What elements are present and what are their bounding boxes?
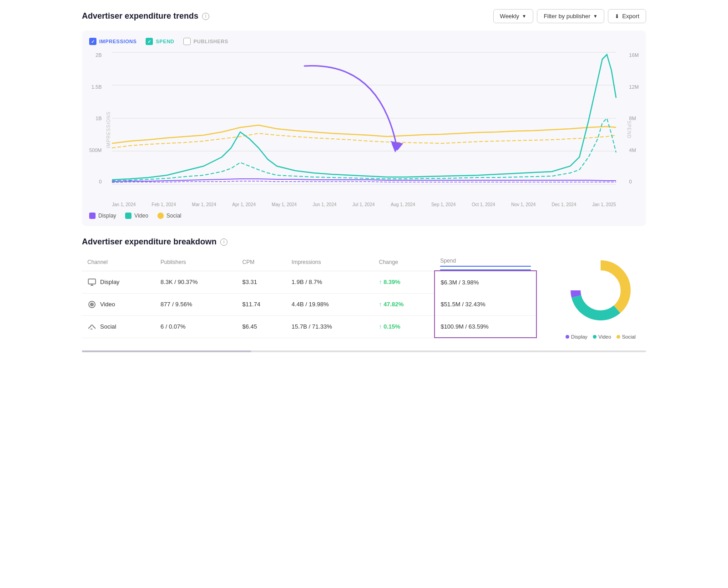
display-channel-name: Display: [100, 279, 120, 285]
video-legend-label: Video: [134, 213, 148, 219]
display-publishers: 8.3K / 90.37%: [155, 271, 237, 293]
spend-label: SPEND: [156, 39, 174, 44]
display-legend-label: Display: [98, 213, 116, 219]
social-change: ↑ 0.15%: [374, 315, 435, 338]
social-legend-label: Social: [167, 213, 182, 219]
chart-svg: [112, 52, 616, 184]
video-change: ↑ 47.82%: [374, 293, 435, 315]
svg-point-15: [581, 271, 620, 309]
y-axis-right-label: SPEND: [627, 121, 632, 138]
social-publishers: 6 / 0.07%: [155, 315, 237, 338]
svg-rect-6: [88, 279, 96, 284]
publishers-checkbox[interactable]: [183, 38, 191, 45]
donut-video-legend: Video: [593, 334, 611, 340]
social-legend-item[interactable]: Social: [157, 213, 182, 219]
social-channel-name: Social: [100, 323, 116, 330]
video-spend: $51.5M / 32.43%: [435, 293, 536, 315]
display-spend: $6.3M / 3.98%: [435, 271, 536, 293]
series-legend: Display Video Social: [89, 213, 639, 219]
video-icon: [87, 300, 96, 309]
spend-legend[interactable]: SPEND: [146, 38, 174, 45]
donut-display-label: Display: [571, 334, 587, 340]
col-publishers: Publishers: [155, 254, 237, 271]
social-spend: $100.9M / 63.59%: [435, 315, 536, 338]
donut-social-legend: Social: [617, 334, 636, 340]
donut-chart-container: Display Video Social: [555, 254, 646, 340]
display-cpm: $3.31: [237, 271, 286, 293]
scroll-bar[interactable]: [82, 350, 646, 352]
video-channel-name: Video: [100, 301, 115, 308]
donut-social-label: Social: [622, 334, 636, 340]
social-cpm: $6.45: [237, 315, 286, 338]
col-channel: Channel: [82, 254, 155, 271]
publishers-label: PUBLISHERS: [193, 39, 228, 44]
donut-display-legend: Display: [566, 334, 587, 340]
breakdown-section: Advertiser expenditure breakdown i Chann…: [82, 237, 646, 340]
impressions-label: IMPRESSIONS: [99, 39, 136, 44]
donut-video-label: Video: [598, 334, 611, 340]
weekly-dropdown-arrow: ▼: [522, 14, 526, 19]
chart-section: IMPRESSIONS SPEND PUBLISHERS 2B 1.5B 1B …: [82, 30, 646, 226]
display-change: ↑ 8.39%: [374, 271, 435, 293]
breakdown-title: Advertiser expenditure breakdown: [82, 237, 217, 247]
impressions-checkbox[interactable]: [89, 38, 96, 45]
y-axis-left-label: IMPRESSIONS: [106, 112, 111, 148]
video-legend-item[interactable]: Video: [125, 213, 148, 219]
impressions-legend[interactable]: IMPRESSIONS: [89, 38, 136, 45]
weekly-button[interactable]: Weekly ▼: [493, 9, 533, 23]
donut-social-dot: [617, 335, 620, 339]
video-impressions: 4.4B / 19.98%: [286, 293, 374, 315]
donut-legend: Display Video Social: [566, 334, 636, 340]
table-row: Video 877 / 9.56% $11.74 4.4B / 19.98% ↑…: [82, 293, 536, 315]
breakdown-info-icon[interactable]: i: [220, 238, 228, 246]
publishers-legend[interactable]: PUBLISHERS: [183, 38, 228, 45]
display-legend-color: [89, 213, 96, 219]
y-axis-left: 2B 1.5B 1B 500M 0: [89, 52, 106, 184]
donut-chart-svg: [564, 254, 637, 327]
chart-container: 2B 1.5B 1B 500M 0 IMPRESSIONS: [89, 52, 639, 207]
scroll-thumb[interactable]: [82, 350, 251, 352]
export-icon: ⬇: [615, 13, 619, 20]
col-cpm: CPM: [237, 254, 286, 271]
page-title: Advertiser expenditure trends: [82, 11, 198, 21]
donut-video-dot: [593, 335, 597, 339]
video-publishers: 877 / 9.56%: [155, 293, 237, 315]
table-row: Display 8.3K / 90.37% $3.31 1.9B / 8.7% …: [82, 271, 536, 293]
social-impressions: 15.7B / 71.33%: [286, 315, 374, 338]
donut-display-dot: [566, 335, 569, 339]
breakdown-table: Channel Publishers CPM Impressions Chang…: [82, 254, 537, 338]
col-impressions: Impressions: [286, 254, 374, 271]
filter-by-publisher-button[interactable]: Filter by publisher ▼: [537, 9, 605, 23]
title-info-icon[interactable]: i: [202, 13, 209, 20]
display-legend-item[interactable]: Display: [89, 213, 116, 219]
spend-checkbox[interactable]: [146, 38, 153, 45]
chart-svg-container: [112, 52, 616, 184]
x-axis: Jan 1, 2024 Feb 1, 2024 Mar 1, 2024 Apr …: [112, 202, 616, 207]
chart-legend-bar: IMPRESSIONS SPEND PUBLISHERS: [89, 38, 639, 45]
social-legend-color: [157, 213, 164, 219]
col-spend: Spend: [435, 254, 536, 271]
filter-dropdown-arrow: ▼: [593, 14, 598, 19]
display-impressions: 1.9B / 8.7%: [286, 271, 374, 293]
video-legend-color: [125, 213, 131, 219]
video-cpm: $11.74: [237, 293, 286, 315]
col-change: Change: [374, 254, 435, 271]
table-row: Social 6 / 0.07% $6.45 15.7B / 71.33% ↑ …: [82, 315, 536, 338]
display-icon: [87, 278, 96, 287]
social-icon: [87, 322, 96, 331]
export-button[interactable]: ⬇ Export: [608, 9, 646, 23]
breakdown-content: Channel Publishers CPM Impressions Chang…: [82, 254, 646, 340]
y-axis-right: 16M 12M 8M 4M 0: [626, 52, 639, 184]
